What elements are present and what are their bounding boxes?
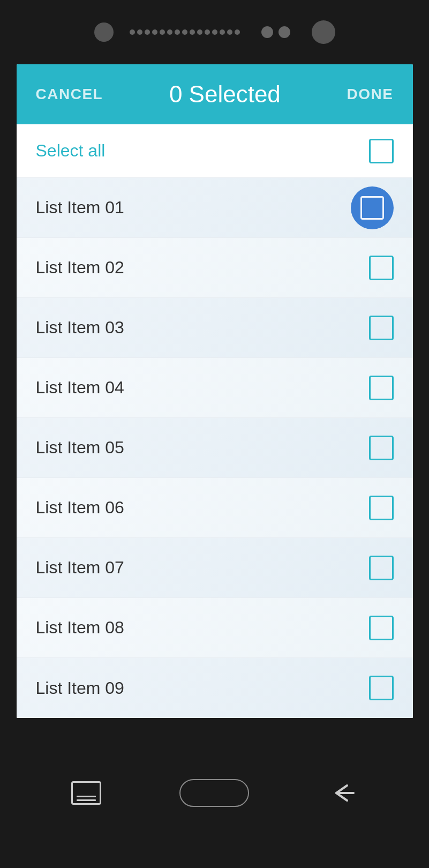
menu-button[interactable] bbox=[71, 781, 101, 805]
status-dot bbox=[190, 29, 195, 35]
done-button[interactable]: DONE bbox=[347, 86, 394, 103]
status-dot-right bbox=[312, 20, 335, 44]
status-dots-pair bbox=[261, 26, 290, 38]
recents-icon bbox=[71, 781, 101, 805]
status-dot bbox=[197, 29, 202, 35]
status-dot bbox=[235, 29, 240, 35]
list-item[interactable]: List Item 03 bbox=[17, 298, 413, 358]
status-dot bbox=[145, 29, 150, 35]
status-dot-left bbox=[94, 23, 114, 42]
status-dot bbox=[167, 29, 172, 35]
home-button[interactable] bbox=[179, 779, 249, 807]
list-item-checkbox[interactable] bbox=[369, 496, 394, 520]
list-item-checkbox[interactable] bbox=[369, 316, 394, 340]
list-item[interactable]: List Item 08 bbox=[17, 598, 413, 658]
back-button[interactable] bbox=[328, 781, 358, 805]
list-item-label: List Item 09 bbox=[36, 678, 124, 698]
status-dot bbox=[130, 29, 135, 35]
status-dot bbox=[279, 26, 290, 38]
list-item-label: List Item 02 bbox=[36, 258, 124, 278]
list-item-checkbox[interactable] bbox=[369, 616, 394, 640]
checkbox-active[interactable] bbox=[351, 186, 394, 229]
list-item[interactable]: List Item 01 bbox=[17, 178, 413, 238]
list-item[interactable]: List Item 09 bbox=[17, 658, 413, 718]
list-item[interactable]: List Item 07 bbox=[17, 538, 413, 598]
status-dot bbox=[227, 29, 232, 35]
list-container: Select all List Item 01 List Item 02 Lis… bbox=[17, 124, 413, 718]
checkbox-inner bbox=[360, 196, 384, 220]
status-dot bbox=[152, 29, 157, 35]
status-dots-middle bbox=[130, 29, 240, 35]
select-all-label: Select all bbox=[36, 141, 106, 161]
home-icon bbox=[179, 779, 249, 807]
status-dot bbox=[212, 29, 217, 35]
back-icon bbox=[328, 781, 358, 805]
list-item-label: List Item 01 bbox=[36, 198, 124, 218]
cancel-button[interactable]: CANCEL bbox=[36, 86, 103, 103]
icon-line bbox=[77, 799, 96, 801]
status-dot bbox=[175, 29, 180, 35]
select-all-checkbox[interactable] bbox=[369, 139, 394, 163]
list-item-checkbox[interactable] bbox=[369, 256, 394, 280]
list-item-checkbox[interactable] bbox=[369, 676, 394, 700]
list-item-checkbox[interactable] bbox=[369, 376, 394, 400]
list-item[interactable]: List Item 05 bbox=[17, 418, 413, 478]
dialog-header: CANCEL 0 Selected DONE bbox=[17, 64, 413, 124]
status-bar bbox=[0, 0, 429, 64]
status-dot bbox=[220, 29, 225, 35]
list-item-label: List Item 05 bbox=[36, 438, 124, 458]
status-dot bbox=[205, 29, 210, 35]
list-item-label: List Item 03 bbox=[36, 318, 124, 338]
selection-count-title: 0 Selected bbox=[169, 81, 281, 108]
list-item[interactable]: List Item 04 bbox=[17, 358, 413, 418]
status-dot bbox=[160, 29, 165, 35]
status-dot bbox=[137, 29, 142, 35]
status-dot bbox=[261, 26, 273, 38]
list-item[interactable]: List Item 06 bbox=[17, 478, 413, 538]
bottom-nav bbox=[0, 718, 429, 868]
list-item-label: List Item 06 bbox=[36, 498, 124, 518]
list-item-label: List Item 08 bbox=[36, 618, 124, 638]
recents-icon-lines bbox=[77, 796, 96, 801]
list-item[interactable]: List Item 02 bbox=[17, 238, 413, 298]
icon-line bbox=[77, 796, 96, 797]
list-item-checkbox[interactable] bbox=[369, 436, 394, 460]
list-item-label: List Item 04 bbox=[36, 378, 124, 398]
selection-dialog: CANCEL 0 Selected DONE Select all List I… bbox=[17, 64, 413, 718]
select-all-row[interactable]: Select all bbox=[17, 124, 413, 178]
status-dot bbox=[182, 29, 187, 35]
list-item-checkbox[interactable] bbox=[369, 556, 394, 580]
list-item-label: List Item 07 bbox=[36, 558, 124, 578]
